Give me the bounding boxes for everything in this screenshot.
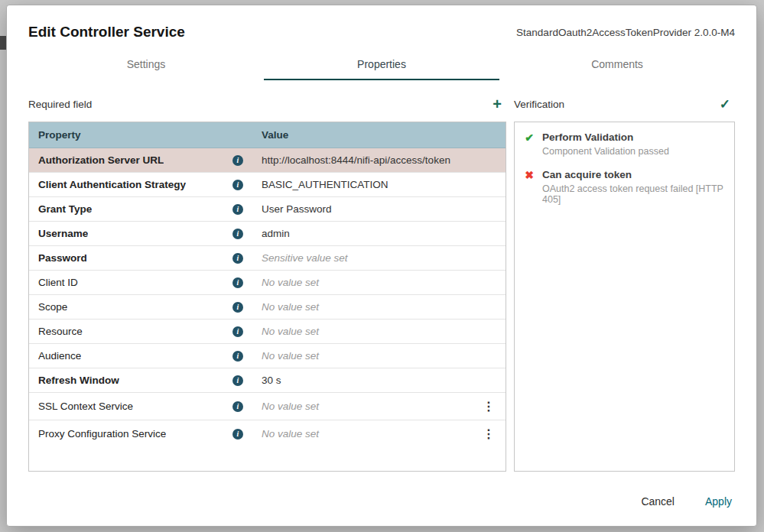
info-icon[interactable]: i [232,229,243,239]
property-value: BASIC_AUTHENTICATION [262,179,496,190]
add-property-button[interactable]: + [488,96,506,112]
table-row[interactable]: Resource i No value set [29,320,506,344]
verification-title: Can acquire token [542,169,727,180]
property-value: admin [262,228,496,239]
property-name: Refresh Window [38,375,119,386]
check-icon: ✓ [720,97,730,112]
property-value: No value set [262,326,496,337]
verification-result: ✔ Perform Validation Component Validatio… [522,131,727,157]
required-field-label: Required field [28,99,92,110]
table-row[interactable]: Refresh Window i 30 s [29,368,506,393]
property-name: Username [38,228,88,239]
status-icon: ✔ [522,131,536,144]
edit-controller-service-dialog: Edit Controller Service StandardOauth2Ac… [6,5,757,527]
properties-panel: Required field + Property Value [28,92,506,472]
more-options-icon[interactable]: ⋮ [481,399,496,414]
property-value: http://localhost:8444/nifi-api/access/to… [262,154,496,166]
property-name: Grant Type [38,203,92,215]
table-row[interactable]: Client ID i No value set [29,271,506,295]
column-header-value: Value [252,122,506,148]
run-verification-button[interactable]: ✓ [715,98,735,111]
table-row[interactable]: Audience i No value set [29,344,506,368]
info-icon[interactable]: i [232,253,243,264]
property-value: No value set [262,277,496,288]
property-name: Client ID [38,277,78,288]
property-name: Scope [38,301,67,313]
tab-comments[interactable]: Comments [499,48,735,80]
table-row[interactable]: SSL Context Service i No value set ⋮ [29,393,506,420]
table-row[interactable]: Grant Type i User Password [29,197,506,222]
dialog-title: Edit Controller Service [28,24,185,41]
verification-title: Perform Validation [542,131,669,143]
info-icon[interactable]: i [232,375,243,386]
info-icon[interactable]: i [232,326,243,337]
dialog-content: Required field + Property Value [28,92,735,472]
component-type-version: StandardOauth2AccessTokenProvider 2.0.0-… [516,27,735,38]
property-value: No value set [262,401,475,412]
verification-detail: Component Validation passed [542,146,669,157]
info-icon[interactable]: i [232,180,243,190]
table-row[interactable]: Client Authentication Strategy i BASIC_A… [29,173,506,197]
tab-comments-label: Comments [591,58,643,70]
property-name: Password [38,252,87,264]
info-icon[interactable]: i [232,429,243,440]
table-row[interactable]: Proxy Configuration Service i No value s… [29,420,506,448]
property-name: Audience [38,350,81,362]
property-value: 30 s [262,375,496,386]
dialog-header: Edit Controller Service StandardOauth2Ac… [28,24,735,41]
info-icon[interactable]: i [232,155,243,166]
info-icon[interactable]: i [232,351,243,362]
property-value: Sensitive value set [262,252,496,264]
dialog-footer: Cancel Apply [28,485,735,518]
column-header-property: Property [29,122,252,148]
table-row[interactable]: Password i Sensitive value set [29,246,506,271]
table-row[interactable]: Username i admin [29,222,506,246]
property-name: Authorization Server URL [38,154,164,166]
tab-bar: Settings Properties Comments [28,48,735,80]
properties-table-body: Authorization Server URL i http://localh… [29,148,506,448]
property-value: No value set [262,428,475,440]
table-row[interactable]: Authorization Server URL i http://localh… [29,148,506,173]
verification-label: Verification [514,99,564,110]
table-row[interactable]: Scope i No value set [29,295,506,320]
tab-properties[interactable]: Properties [264,48,499,80]
info-icon[interactable]: i [232,302,243,313]
tab-settings-label: Settings [127,58,166,70]
property-name: Resource [38,326,83,337]
more-options-icon[interactable]: ⋮ [481,427,496,441]
properties-table-container: Property Value Authorization Server URL … [28,122,506,472]
verification-results: ✔ Perform Validation Component Validatio… [514,122,735,472]
info-icon[interactable]: i [232,277,243,288]
property-name: Proxy Configuration Service [38,428,166,440]
info-icon[interactable]: i [232,401,243,412]
properties-table: Property Value Authorization Server URL … [29,122,506,447]
property-name: SSL Context Service [38,401,133,412]
verification-toolbar: Verification ✓ [514,92,735,115]
verification-detail: OAuth2 access token request failed [HTTP… [542,183,727,205]
properties-toolbar: Required field + [28,92,506,115]
tab-properties-label: Properties [357,58,406,70]
property-value: User Password [262,203,496,215]
property-value: No value set [262,301,496,313]
plus-icon: + [493,96,502,112]
status-icon: ✖ [522,169,536,182]
cancel-button[interactable]: Cancel [639,492,676,511]
property-name: Client Authentication Strategy [38,179,186,190]
apply-button[interactable]: Apply [704,492,733,511]
verification-result: ✖ Can acquire token OAuth2 access token … [522,169,727,205]
info-icon[interactable]: i [232,204,243,215]
property-value: No value set [262,350,496,362]
tab-settings[interactable]: Settings [28,48,264,80]
verification-panel: Verification ✓ ✔ Perform Validation Comp… [514,92,735,472]
